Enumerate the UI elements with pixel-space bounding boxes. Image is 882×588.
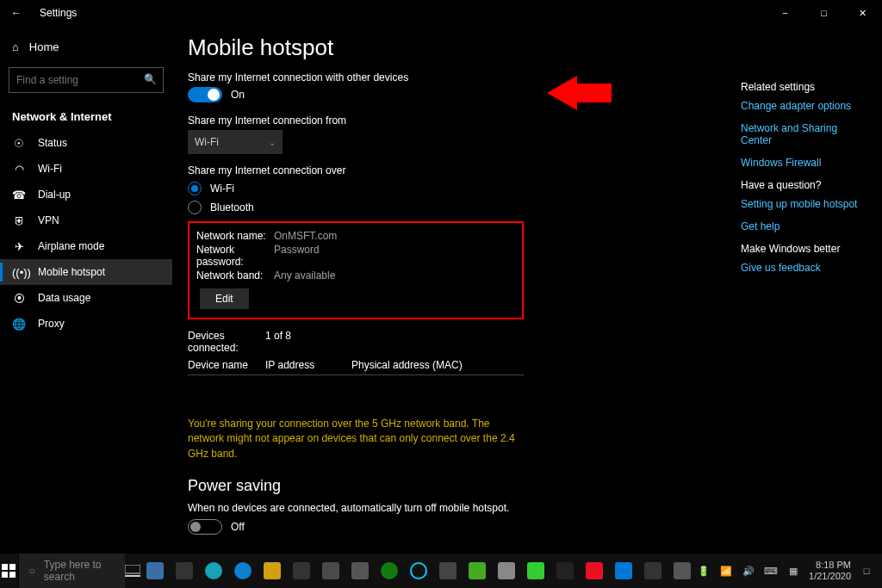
status-icon: ☉ <box>12 137 26 150</box>
sidebar: ⌂ Home 🔍 Network & Internet ☉ Status ◠ W… <box>0 26 172 554</box>
sidebar-item-label: Dial-up <box>38 189 71 201</box>
taskbar-search-placeholder: Type here to search <box>44 559 125 583</box>
link-adapter[interactable]: Change adapter options <box>741 100 870 112</box>
search-icon: 🔍 <box>144 73 157 85</box>
powersave-toggle[interactable] <box>188 519 222 535</box>
taskbar-app[interactable] <box>550 554 580 588</box>
page-title: Mobile hotspot <box>188 34 856 61</box>
vpn-icon: ⛨ <box>12 214 26 227</box>
home-label: Home <box>29 40 59 53</box>
sidebar-item-hotspot[interactable]: ((•)) Mobile hotspot <box>0 259 172 285</box>
svg-rect-3 <box>9 572 16 578</box>
taskbar-app[interactable] <box>521 554 550 588</box>
maximize-button[interactable]: □ <box>804 0 843 26</box>
net-name-value: OnMSFT.com <box>274 230 337 242</box>
sidebar-item-airplane[interactable]: ✈ Airplane mode <box>0 233 172 259</box>
tray-icon[interactable]: ▦ <box>786 566 800 577</box>
sidebar-category: Network & Internet <box>0 98 172 130</box>
task-view-button[interactable] <box>125 554 140 588</box>
band-warning: You're sharing your connection over the … <box>188 417 517 461</box>
taskbar-app[interactable] <box>258 554 287 588</box>
chevron-down-icon: ⌄ <box>269 138 276 147</box>
proxy-icon: 🌐 <box>12 318 26 331</box>
better-heading: Make Windows better <box>741 243 870 255</box>
close-button[interactable]: ✕ <box>843 0 882 26</box>
net-band-value: Any available <box>274 269 335 282</box>
related-heading: Related settings <box>741 81 870 93</box>
net-name-label: Network name: <box>196 230 274 242</box>
power-saving-title: Power saving <box>188 477 856 495</box>
search-input[interactable] <box>9 67 164 93</box>
taskbar-app[interactable] <box>433 554 463 588</box>
right-pane: Related settings Change adapter options … <box>741 81 870 284</box>
sidebar-item-label: Status <box>38 137 67 149</box>
link-feedback[interactable]: Give us feedback <box>741 262 870 274</box>
link-setup-hotspot[interactable]: Setting up mobile hotspot <box>741 198 870 210</box>
window-title: Settings <box>33 7 77 19</box>
question-heading: Have a question? <box>741 179 870 191</box>
taskbar-app[interactable] <box>668 554 697 588</box>
taskbar-search[interactable]: ○ Type here to search <box>18 554 126 588</box>
powersave-state: Off <box>231 521 245 533</box>
tray-icon[interactable]: ⌨ <box>764 566 778 577</box>
sidebar-item-proxy[interactable]: 🌐 Proxy <box>0 311 172 337</box>
sidebar-item-label: Mobile hotspot <box>38 266 105 278</box>
tray-icon[interactable]: 🔋 <box>697 566 711 577</box>
sidebar-item-vpn[interactable]: ⛨ VPN <box>0 207 172 233</box>
taskbar-app[interactable] <box>316 554 345 588</box>
taskbar-app[interactable] <box>228 554 258 588</box>
start-button[interactable] <box>0 554 18 588</box>
taskbar-app[interactable] <box>638 554 668 588</box>
airplane-icon: ✈ <box>12 240 26 253</box>
net-pwd-label: Network password: <box>196 244 274 268</box>
svg-rect-0 <box>2 564 8 570</box>
sidebar-item-wifi[interactable]: ◠ Wi-Fi <box>0 156 172 182</box>
tray-icon[interactable]: 🔊 <box>742 566 755 577</box>
sidebar-item-label: Airplane mode <box>38 240 104 252</box>
taskbar-clock[interactable]: 8:18 PM 1/21/2020 <box>809 560 851 582</box>
toggle-state: On <box>231 89 245 101</box>
taskbar-app[interactable] <box>199 554 228 588</box>
taskbar-apps <box>140 554 697 588</box>
taskbar-app[interactable] <box>404 554 433 588</box>
network-info-box: Network name:OnMSFT.com Network password… <box>188 221 524 319</box>
back-button[interactable]: ← <box>0 0 33 26</box>
col-ip: IP address <box>265 359 351 371</box>
col-device-name: Device name <box>188 359 265 371</box>
taskbar-app[interactable] <box>140 554 170 588</box>
data-icon: ⦿ <box>12 292 26 305</box>
annotation-arrow <box>547 76 612 110</box>
taskbar-app[interactable] <box>170 554 199 588</box>
home-nav[interactable]: ⌂ Home <box>0 31 172 62</box>
link-get-help[interactable]: Get help <box>741 220 870 232</box>
taskbar-app[interactable] <box>463 554 492 588</box>
devices-connected-label: Devices connected: <box>188 330 265 354</box>
minimize-button[interactable]: − <box>766 0 804 26</box>
dialup-icon: ☎ <box>12 189 26 201</box>
sidebar-item-data[interactable]: ⦿ Data usage <box>0 285 172 311</box>
taskbar-app[interactable] <box>375 554 404 588</box>
link-firewall[interactable]: Windows Firewall <box>741 157 870 169</box>
taskbar-app[interactable] <box>492 554 521 588</box>
device-table-header: Device name IP address Physical address … <box>188 356 524 375</box>
taskbar-app[interactable] <box>609 554 638 588</box>
sidebar-item-status[interactable]: ☉ Status <box>0 130 172 156</box>
edit-button[interactable]: Edit <box>200 288 249 309</box>
system-tray: 🔋 📶 🔊 ⌨ ▦ 8:18 PM 1/21/2020 □ <box>697 560 882 582</box>
notifications-icon[interactable]: □ <box>860 566 873 576</box>
taskbar-app[interactable] <box>345 554 375 588</box>
share-toggle[interactable] <box>188 87 222 102</box>
wifi-icon: ◠ <box>12 163 26 176</box>
hotspot-icon: ((•)) <box>12 266 26 279</box>
taskbar-app[interactable] <box>580 554 609 588</box>
connection-dropdown[interactable]: Wi-Fi ⌄ <box>188 130 283 154</box>
taskbar-app[interactable] <box>287 554 316 588</box>
clock-date: 1/21/2020 <box>809 571 851 582</box>
link-sharing-center[interactable]: Network and Sharing Center <box>741 122 870 146</box>
tray-icon[interactable]: 📶 <box>719 566 733 577</box>
sidebar-item-dialup[interactable]: ☎ Dial-up <box>0 182 172 207</box>
power-saving-desc: When no devices are connected, automatic… <box>188 502 856 514</box>
svg-rect-5 <box>125 575 140 577</box>
sidebar-item-label: VPN <box>38 214 59 226</box>
svg-rect-1 <box>9 564 16 570</box>
